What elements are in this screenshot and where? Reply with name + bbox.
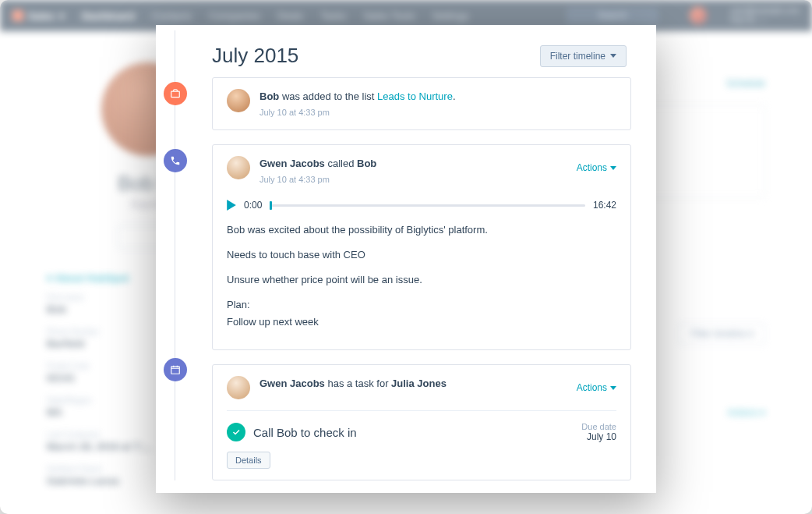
calendar-icon	[164, 358, 187, 381]
search-input[interactable]: Search	[567, 7, 658, 24]
audio-current-time: 0:00	[244, 200, 262, 211]
actions-button[interactable]: Actions	[577, 162, 616, 173]
task-complete-icon[interactable]	[227, 423, 245, 441]
nav-companies[interactable]: Companies	[209, 10, 260, 22]
actor-name: Gwen Jacobs	[259, 378, 325, 389]
list-link[interactable]: Leads to Nurture	[377, 90, 453, 102]
nav-deals[interactable]: Deals	[277, 10, 303, 22]
svg-rect-0	[171, 91, 180, 97]
target-name: Bob	[357, 158, 376, 169]
timeline-card-list-add: Bob was added to the list Leads to Nurtu…	[212, 77, 631, 130]
timeline-month-title: July 2015	[212, 44, 298, 68]
nav-settings[interactable]: Settings	[432, 10, 469, 22]
svg-rect-1	[171, 367, 180, 374]
phone-icon	[164, 149, 187, 172]
timeline-modal: July 2015 Filter timeline Bob was added …	[156, 25, 656, 493]
audio-track[interactable]	[270, 204, 585, 207]
task-title: Call Bob to check in	[253, 426, 574, 439]
avatar	[227, 89, 250, 112]
actor-name: Gwen Jacobs	[259, 158, 325, 169]
actor-name: Bob	[259, 90, 279, 102]
bg-filter-chip[interactable]: Filter timeline ▾	[679, 323, 765, 345]
timestamp: July 10 at 4:33 pm	[259, 106, 616, 119]
nav-contacts[interactable]: Contacts	[152, 10, 192, 22]
account-info: user@example.comHub ID: ---	[730, 6, 800, 25]
avatar	[227, 156, 250, 179]
audio-total-time: 16:42	[593, 200, 616, 211]
details-button[interactable]: Details	[227, 452, 270, 469]
brand-logo: Sales ▾	[12, 10, 65, 22]
nav-dashboard[interactable]: Dashboard	[82, 10, 135, 22]
timeline-card-call: Actions Gwen Jacobs called Bob July 10 a…	[212, 144, 631, 350]
target-name: Julia Jones	[391, 378, 447, 389]
audio-playhead[interactable]	[270, 201, 272, 210]
actions-button[interactable]: Actions	[577, 382, 616, 393]
audio-player[interactable]: 0:00 16:42	[227, 200, 616, 211]
nav-sales-tools[interactable]: Sales Tools	[363, 10, 415, 22]
call-notes: Bob was excited about the possibility of…	[227, 222, 616, 331]
timestamp: July 10 at 4:33 pm	[259, 173, 616, 186]
nav-tasks[interactable]: Tasks	[320, 10, 346, 22]
filter-timeline-button[interactable]: Filter timeline	[540, 45, 627, 67]
task-due: Due date July 10	[581, 422, 616, 442]
briefcase-icon	[164, 82, 187, 105]
user-avatar[interactable]	[690, 7, 707, 24]
timeline-card-task: Actions Gwen Jacobs has a task for Julia…	[212, 364, 631, 480]
avatar	[227, 376, 250, 399]
play-icon[interactable]	[227, 200, 236, 211]
